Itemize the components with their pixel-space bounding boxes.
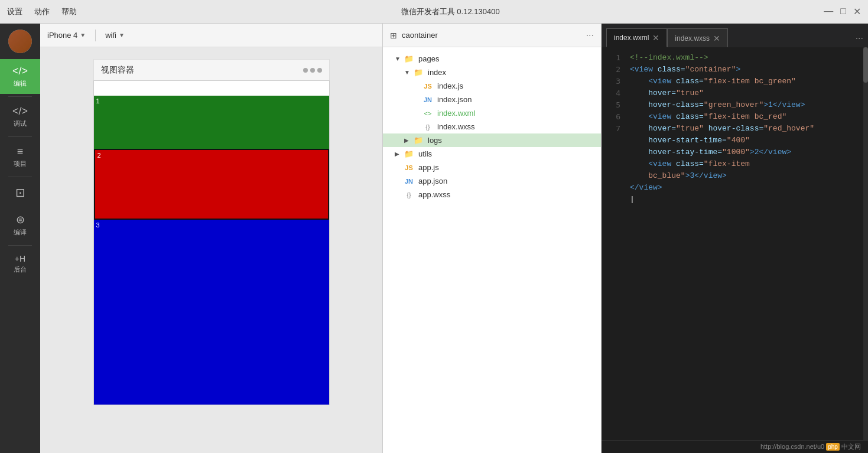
sidebar-item-backend[interactable]: +H 后台 (0, 248, 40, 280)
val-1000: "1000" (722, 148, 750, 157)
device-dropdown-arrow[interactable]: ▼ (80, 32, 86, 38)
index-js-label: index.js (437, 82, 463, 90)
menu-actions[interactable]: 动作 (34, 6, 50, 17)
device-selector[interactable]: iPhone 4 ▼ (47, 31, 86, 40)
menu-help[interactable]: 帮助 (61, 6, 77, 17)
tab-index-wxml[interactable]: index.wxml ✕ (606, 28, 667, 47)
attr-class-3: class= (676, 112, 704, 121)
code-line-10: <view class="flex-item (625, 158, 868, 170)
attr-class: class= (658, 65, 685, 74)
code-line-12: </view> (625, 182, 868, 194)
sidebar: </> 编辑 </> 调试 ≡ 项目 ⊡ ⊜ 编译 +H 后台 (0, 24, 40, 453)
json-icon: JN (422, 96, 434, 103)
tree-item-index-js[interactable]: JS index.js (383, 79, 601, 93)
tree-item-index-wxml[interactable]: <> index.wxml (383, 106, 601, 120)
tree-item-app-wxss[interactable]: {} app.wxss (383, 188, 601, 201)
close-button[interactable]: ✕ (853, 6, 861, 17)
editor-scrollbar[interactable] (863, 47, 868, 440)
component-icon: ⊡ (15, 185, 25, 200)
maximize-button[interactable]: □ (840, 6, 846, 17)
code-line-11: bc_blue">3</view> (625, 170, 868, 182)
attr-hover-class-2: hover-class= (708, 124, 764, 133)
network-dropdown-arrow[interactable]: ▼ (119, 32, 125, 38)
tab-wxss-close[interactable]: ✕ (713, 34, 720, 43)
line-num-4: 4 (606, 87, 620, 99)
code-editor[interactable]: <!--index.wxml--><view class="container"… (625, 52, 868, 435)
tag-1-text: >1</view> (763, 100, 805, 109)
tree-item-app-js[interactable]: JS app.js (383, 161, 601, 174)
green-block-label: 1 (96, 97, 100, 105)
tree-item-utils[interactable]: ▶ 📁 utils (383, 147, 601, 161)
window-controls: — □ ✕ (824, 6, 861, 17)
tab-wxml-close[interactable]: ✕ (652, 34, 659, 42)
pages-folder-icon: 📁 (403, 54, 415, 63)
toolbar-separator-1 (95, 30, 96, 41)
attr-class-2: class= (676, 77, 704, 86)
tag-view-2: <view (648, 77, 676, 86)
line-num-7: 7 (606, 123, 620, 135)
editor-tabs-more[interactable]: ··· (856, 33, 863, 47)
tag-view-4: <view (648, 159, 676, 168)
dot-3 (317, 68, 322, 73)
sidebar-item-edit[interactable]: </> 编辑 (0, 59, 40, 94)
minimize-button[interactable]: — (824, 6, 833, 17)
scrollbar-thumb[interactable] (863, 47, 868, 83)
app-js-label: app.js (418, 163, 439, 172)
sidebar-item-component[interactable]: ⊡ (0, 180, 40, 207)
compile-icon: ⊜ (16, 213, 25, 226)
tree-item-index-json[interactable]: JN index.json (383, 93, 601, 106)
sidebar-item-debug[interactable]: </> 调试 (0, 99, 40, 134)
index-folder-label: index (428, 68, 446, 77)
sidebar-label-project: 项目 (14, 159, 27, 168)
simulator-toolbar: iPhone 4 ▼ wifi ▼ (40, 24, 382, 47)
app-js-icon: JS (403, 164, 415, 171)
pages-label: pages (418, 54, 439, 63)
network-selector[interactable]: wifi ▼ (105, 31, 125, 40)
code-line-9: hover-stay-time="1000">2</view> (625, 146, 868, 158)
index-json-label: index.json (437, 95, 472, 104)
wxss-icon: {} (422, 123, 434, 131)
val-red-hover: "red_hover" (763, 124, 814, 133)
sidebar-item-compile[interactable]: ⊜ 编译 (0, 207, 40, 243)
dot-1 (303, 68, 308, 73)
wxml-icon: <> (422, 110, 434, 117)
tree-item-app-json[interactable]: JN app.json (383, 174, 601, 188)
tab-index-wxss[interactable]: index.wxss ✕ (667, 28, 728, 47)
tree-item-pages[interactable]: ▼ 📁 pages (383, 52, 601, 66)
tree-item-logs[interactable]: ▶ 📁 logs (383, 133, 601, 147)
sidebar-item-project[interactable]: ≡ 项目 (0, 139, 40, 174)
cursor: | (630, 195, 635, 204)
phone-status-bar (94, 81, 329, 96)
debug-icon: </> (12, 105, 28, 118)
dot-2 (310, 68, 315, 73)
line-num-2: 2 (606, 64, 620, 76)
filetree-more-button[interactable]: ··· (586, 30, 594, 41)
filetree-area: ⊞ caontainer ··· ▼ 📁 pages ▼ 📁 index JS … (383, 24, 602, 453)
sidebar-label-edit: 编辑 (14, 79, 27, 88)
attr-hover: hover= (648, 89, 676, 97)
avatar-image (8, 30, 32, 53)
code-line-1: <!--index.wxml--> (625, 52, 868, 64)
val-container: "container" (685, 65, 736, 74)
backend-icon: +H (15, 254, 25, 263)
menu-bar: 设置 动作 帮助 (7, 6, 77, 17)
sidebar-label-compile: 编译 (14, 228, 27, 237)
code-line-6: <view class="flex-item bc_red" (625, 111, 868, 123)
line-num-1: 1 (606, 52, 620, 64)
app-json-icon: JN (403, 178, 415, 185)
tab-wxss-label: index.wxss (675, 34, 710, 43)
editor-content[interactable]: 1 2 3 4 5 6 7 <!--index.wxml--><view cla… (602, 47, 868, 440)
sidebar-divider-3 (8, 177, 32, 177)
attr-class-4: class= (676, 159, 704, 168)
tree-item-index-wxss[interactable]: {} index.wxss (383, 120, 601, 133)
val-green-hover: "green_hover" (704, 100, 763, 109)
app-wxss-label: app.wxss (418, 190, 450, 199)
code-line-4: hover="true" (625, 87, 868, 99)
app-title: 微信开发者工具 0.12.130400 (401, 6, 500, 17)
titlebar: 设置 动作 帮助 微信开发者工具 0.12.130400 — □ ✕ (0, 0, 868, 24)
menu-settings[interactable]: 设置 (7, 6, 22, 17)
val-bc-blue: bc_blue" (648, 171, 685, 180)
statusbar-php-badge: php (826, 443, 840, 451)
code-line-7: hover="true" hover-class="red_hover" (625, 123, 868, 135)
tree-item-index-folder[interactable]: ▼ 📁 index (383, 66, 601, 79)
